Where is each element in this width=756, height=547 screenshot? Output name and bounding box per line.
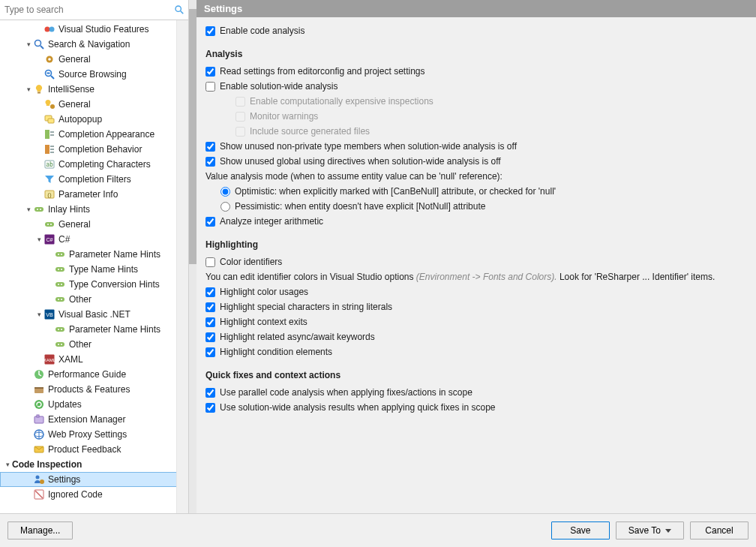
tree-item-label: Products & Features bbox=[48, 384, 130, 395]
unused-nonprivate[interactable]: Show unused non-private type members whe… bbox=[206, 139, 747, 154]
tree-item-settings[interactable]: ▸Settings bbox=[0, 472, 188, 487]
tree-item-type-conversion-hints[interactable]: ▸Type Conversion Hints bbox=[0, 277, 188, 292]
pessimistic-radio[interactable]: Pessimistic: when entity doesn't have ex… bbox=[206, 199, 747, 214]
tree-item-completion-filters[interactable]: ▸Completion Filters bbox=[0, 172, 188, 187]
tree-item-parameter-info[interactable]: ▸()Parameter Info bbox=[0, 187, 188, 202]
tree-item-parameter-name-hints[interactable]: ▸Parameter Name Hints bbox=[0, 322, 188, 337]
tree-item-label: Other bbox=[69, 294, 92, 305]
inlay-icon bbox=[33, 203, 45, 215]
tree-item-label: Completion Appearance bbox=[58, 129, 154, 140]
svg-rect-11 bbox=[38, 92, 40, 94]
inlay-icon bbox=[54, 278, 66, 290]
expand-arrow-icon[interactable]: ▾ bbox=[24, 41, 33, 48]
tree-item-general[interactable]: ▸General bbox=[0, 52, 188, 67]
tree-item-inlay-hints[interactable]: ▾Inlay Hints bbox=[0, 202, 188, 217]
optimistic-radio[interactable]: Optimistic: when explicitly marked with … bbox=[206, 184, 747, 199]
tree-item-extension-manager[interactable]: ▸Extension Manager bbox=[0, 412, 188, 427]
tree-item-visual-studio-features[interactable]: ▸Visual Studio Features bbox=[0, 22, 188, 37]
tree-item-completion-appearance[interactable]: ▸Completion Appearance bbox=[0, 127, 188, 142]
tree-item-web-proxy-settings[interactable]: ▸Web Proxy Settings bbox=[0, 427, 188, 442]
search-icon bbox=[33, 38, 45, 50]
svg-point-39 bbox=[61, 284, 62, 285]
svg-point-56 bbox=[34, 400, 44, 409]
updates-icon bbox=[33, 398, 45, 410]
tree-item-ignored-code[interactable]: ▸Ignored Code bbox=[0, 487, 188, 502]
enable-solution-wide[interactable]: Enable solution-wide analysis bbox=[206, 79, 747, 94]
tree-item-products-features[interactable]: ▸Products & Features bbox=[0, 382, 188, 397]
svg-point-33 bbox=[61, 254, 62, 255]
highlight-color-usages[interactable]: Highlight color usages bbox=[206, 284, 747, 299]
tree-item-completing-characters[interactable]: ▸abCompleting Characters bbox=[0, 157, 188, 172]
manage-button[interactable]: Manage... bbox=[8, 521, 73, 539]
expand-arrow-icon[interactable]: ▾ bbox=[3, 461, 12, 468]
source-icon bbox=[44, 68, 56, 80]
search-box[interactable] bbox=[0, 0, 188, 20]
inlay-icon bbox=[54, 293, 66, 305]
tree-item-label: General bbox=[58, 54, 91, 65]
color-identifiers[interactable]: Color identifiers bbox=[206, 254, 747, 269]
tree-item-completion-behavior[interactable]: ▸Completion Behavior bbox=[0, 142, 188, 157]
quickfix-heading: Quick fixes and context actions bbox=[206, 370, 747, 380]
tree-item-performance-guide[interactable]: ▸Performance Guide bbox=[0, 367, 188, 382]
highlight-condition[interactable]: Highlight condition elements bbox=[206, 344, 747, 359]
inlay-icon bbox=[54, 338, 66, 350]
tree-item-label: Visual Studio Features bbox=[58, 24, 149, 35]
quickfix-parallel[interactable]: Use parallel code analysis when applying… bbox=[206, 385, 747, 400]
settings-tree[interactable]: ▸Visual Studio Features▾Search & Navigat… bbox=[0, 20, 188, 513]
tree-scrollbar[interactable] bbox=[176, 20, 188, 513]
tree-item-visual-basic-net[interactable]: ▾VBVisual Basic .NET bbox=[0, 307, 188, 322]
tree-item-updates[interactable]: ▸Updates bbox=[0, 397, 188, 412]
highlight-async[interactable]: Highlight related async/await keywords bbox=[206, 329, 747, 344]
tree-item-label: XAML bbox=[58, 354, 83, 365]
svg-rect-15 bbox=[45, 130, 50, 139]
analyze-integer[interactable]: Analyze integer arithmetic bbox=[206, 214, 747, 229]
expand-arrow-icon[interactable]: ▾ bbox=[24, 206, 33, 213]
settings-person-icon bbox=[33, 473, 45, 485]
enable-code-analysis[interactable]: Enable code analysis bbox=[206, 23, 747, 38]
cancel-button[interactable]: Cancel bbox=[690, 521, 748, 539]
tree-item-intellisense[interactable]: ▾IntelliSense bbox=[0, 82, 188, 97]
tree-item-label: Completing Characters bbox=[58, 159, 151, 170]
save-to-button[interactable]: Save To bbox=[616, 521, 684, 539]
tree-item-source-browsing[interactable]: ▸Source Browsing bbox=[0, 67, 188, 82]
tree-item-type-name-hints[interactable]: ▸Type Name Hints bbox=[0, 262, 188, 277]
svg-point-46 bbox=[58, 329, 59, 330]
search-input[interactable] bbox=[3, 2, 173, 18]
tree-item-label: Other bbox=[69, 339, 92, 350]
tree-item-search-navigation[interactable]: ▾Search & Navigation bbox=[0, 37, 188, 52]
svg-rect-23 bbox=[34, 207, 44, 212]
expand-arrow-icon[interactable]: ▾ bbox=[34, 311, 44, 318]
highlight-context-exits[interactable]: Highlight context exits bbox=[206, 314, 747, 329]
svg-text:(): () bbox=[47, 191, 52, 198]
quickfix-swea[interactable]: Use solution-wide analysis results when … bbox=[206, 400, 747, 415]
tree-item-c[interactable]: ▾C#C# bbox=[0, 232, 188, 247]
expand-arrow-icon[interactable]: ▾ bbox=[24, 86, 33, 93]
svg-point-25 bbox=[40, 209, 41, 210]
tree-item-other[interactable]: ▸Other bbox=[0, 337, 188, 352]
svg-rect-58 bbox=[37, 415, 39, 417]
tree-item-general[interactable]: ▸General bbox=[0, 97, 188, 112]
read-editorconfig[interactable]: Read settings from editorconfig and proj… bbox=[206, 64, 747, 79]
unused-global[interactable]: Show unused global using directives when… bbox=[206, 154, 747, 169]
enable-code-analysis-checkbox[interactable] bbox=[206, 26, 215, 36]
svg-rect-31 bbox=[56, 252, 64, 257]
tree-item-general[interactable]: ▸General bbox=[0, 217, 188, 232]
expand-arrow-icon[interactable]: ▾ bbox=[34, 236, 44, 243]
feedback-icon bbox=[33, 443, 45, 455]
content-scrollbar[interactable] bbox=[189, 0, 196, 513]
gear-icon bbox=[44, 53, 56, 65]
products-icon bbox=[33, 383, 45, 395]
svg-point-12 bbox=[50, 104, 55, 109]
svg-point-24 bbox=[37, 209, 38, 210]
color-identifiers-hint: You can edit identifier colors in Visual… bbox=[206, 269, 747, 284]
svg-text:ab: ab bbox=[46, 161, 53, 168]
tree-item-other[interactable]: ▸Other bbox=[0, 292, 188, 307]
highlight-special-chars[interactable]: Highlight special characters in string l… bbox=[206, 299, 747, 314]
tree-item-autopopup[interactable]: ▸Autopopup bbox=[0, 112, 188, 127]
tree-item-xaml[interactable]: ▸XAMLXAML bbox=[0, 352, 188, 367]
tree-item-code-inspection[interactable]: ▾Code Inspection bbox=[0, 457, 188, 472]
tree-item-product-feedback[interactable]: ▸Product Feedback bbox=[0, 442, 188, 457]
enable-expensive: Enable computationally expensive inspect… bbox=[206, 94, 747, 109]
tree-item-parameter-name-hints[interactable]: ▸Parameter Name Hints bbox=[0, 247, 188, 262]
save-button[interactable]: Save bbox=[551, 521, 610, 539]
